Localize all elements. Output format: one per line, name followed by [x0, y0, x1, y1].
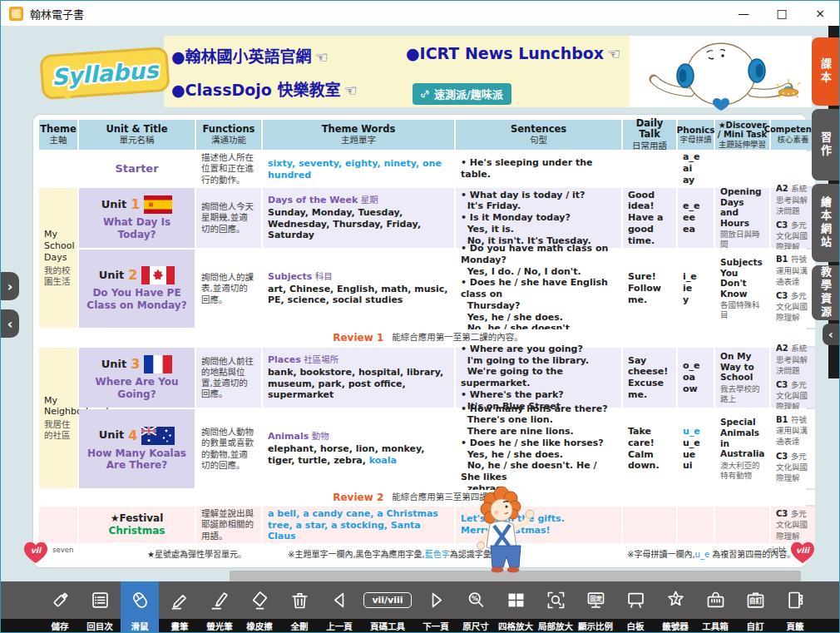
partial-zoom-icon	[545, 589, 567, 611]
tool-display-ratio[interactable]: 固定 顯示比例	[576, 581, 615, 632]
unit1-phonics: e_eeeea	[678, 188, 714, 248]
tool-mouse[interactable]: 滑鼠	[121, 581, 159, 632]
original-size-icon: %	[465, 589, 487, 611]
page-indicator[interactable]: vii/viii	[363, 592, 411, 608]
unit1-sentences: • What day is today / it? It's Friday.• …	[456, 188, 621, 248]
tool-custom[interactable]: 自訂 自訂	[736, 581, 774, 632]
custom-icon: 自訂	[744, 589, 767, 611]
flag-canada-icon	[141, 266, 175, 284]
link-classdojo[interactable]: ●ClassDojo 快樂教室☜	[171, 77, 358, 100]
tool-eraser[interactable]: 橡皮擦	[240, 581, 279, 632]
number-picker-star-icon: 7	[665, 589, 687, 611]
unit4-functions: 詢問他人動物的數量或喜歡的動物,並適切的回應。	[196, 409, 261, 488]
tab-textbook[interactable]: 課本	[812, 37, 839, 106]
unit4-words: Animals 動物 elephant, horse, lion, monkey…	[263, 409, 454, 488]
tool-prev-page[interactable]: 上一頁	[320, 581, 358, 632]
unit1-discover: Opening Days and Hours開放日與時間	[715, 188, 769, 248]
boy-mascot	[460, 486, 551, 584]
next-page-icon	[425, 589, 447, 611]
syllabus-logo-text: Syllabus	[51, 57, 159, 90]
ebook-app-window: 翰林電子書 — □ × Syllabus ●翰林國小英語官網☜ ●ICRT Ne…	[0, 0, 840, 633]
svg-text:固定: 固定	[590, 595, 602, 602]
tool-original-size[interactable]: % 原尺寸	[457, 581, 495, 632]
mouse-icon	[129, 589, 151, 611]
toc-icon	[89, 589, 111, 611]
tool-partial-zoom[interactable]: 局部放大	[536, 581, 575, 632]
unit3-words: Places 社區場所 bank, bookstore, hospital, l…	[263, 348, 454, 408]
tool-number-picker[interactable]: 7 籤號器	[656, 581, 694, 632]
quiz-button-label: 速測派/趣味派	[434, 86, 503, 101]
hand-pointer-icon: ☜	[607, 45, 620, 62]
review1-row: Review 1能綜合應用第一至第二課的內容。	[39, 329, 815, 346]
sidebar-collapse-button[interactable]: ‹	[823, 324, 839, 345]
book-page: Theme主軸 Unit & Title單元名稱 Functions溝通功能 T…	[32, 114, 808, 568]
starter-phonics: a_eaiay	[678, 151, 714, 186]
unit3-functions: 詢問他人前往的地點與位置,並適切的回應。	[196, 348, 261, 408]
starter-theme-cell	[39, 151, 77, 186]
hand-pointer-icon: ☜	[315, 48, 329, 66]
bottom-toolbar: 儲存 回目次 滑鼠 畫筆 螢光筆 橡皮擦 全刪 上一頁	[1, 581, 839, 632]
svg-text:7: 7	[673, 596, 678, 604]
page-number-heart-right: viii	[789, 540, 816, 565]
trash-icon	[289, 589, 311, 611]
left-panel-expand-button[interactable]: ›	[1, 272, 19, 300]
left-panel-collapse-button[interactable]: ‹	[1, 309, 19, 338]
tab-picturebook-site[interactable]: 繪本網站	[812, 184, 839, 262]
tool-toolbox[interactable]: 工具箱	[696, 581, 734, 632]
unit4-title-cell: Unit4 How Many Koalas Are There?	[79, 409, 195, 488]
tab-label: 課本	[818, 58, 833, 85]
app-logo-icon	[9, 7, 23, 21]
maximize-button[interactable]: □	[763, 1, 801, 26]
unit2-daily: Sure!Follow me.	[623, 250, 676, 328]
header-theme-words: Theme Words主題單字	[263, 120, 454, 150]
tool-delete-all[interactable]: 全刪	[280, 581, 319, 632]
svg-text:自訂: 自訂	[749, 596, 762, 605]
link-hanlin-english-site[interactable]: ●翰林國小英語官網☜	[171, 44, 329, 67]
starter-title-cell: Starter	[79, 151, 195, 186]
unit4-competency: B1 符號運用與溝通表達C3 多元文化與國際理解	[771, 409, 815, 488]
unit3-sentences: • Where are you going? I'm going to the …	[456, 348, 621, 408]
tool-four-grid-zoom[interactable]: 四格放大	[497, 581, 535, 632]
unit3-discover: On My Way to School我去學校的路上	[715, 348, 769, 408]
unit3-daily: Say cheese!Excuse me.	[623, 348, 676, 408]
chevron-left-icon: ‹	[7, 316, 13, 332]
quiz-link-button[interactable]: 速測派/趣味派	[413, 83, 511, 105]
flag-australia-icon	[141, 427, 175, 445]
tab-teaching-resources[interactable]: 教學資源	[812, 265, 839, 320]
close-button[interactable]: ×	[801, 1, 839, 26]
minimize-button[interactable]: —	[724, 1, 763, 26]
starter-words: sixty, seventy, eighty, ninety, one hund…	[263, 151, 454, 186]
window-title: 翰林電子書	[30, 6, 84, 22]
robot-mascot	[637, 31, 808, 114]
chevron-left-icon: ‹	[828, 328, 833, 341]
tool-page-indicator[interactable]: vii/viii 頁碼工具	[360, 581, 415, 632]
flag-spain-icon	[144, 195, 172, 214]
tool-next-page[interactable]: 下一頁	[417, 581, 455, 632]
header-daily-talk: Daily Talk日常用語	[623, 120, 676, 150]
tab-label: 習作	[818, 131, 833, 158]
review2-row: Review 2能綜合應用第三至第四課的內容。	[39, 490, 815, 505]
festival-functions: 理解並說出與耶誕節相關的用語。	[196, 507, 261, 543]
unit1-title-cell: Unit1 What Day Is Today?	[79, 188, 195, 248]
link-label: ●翰林國小英語官網	[171, 47, 312, 66]
header-phonics: Phonics字母拼讀	[678, 120, 714, 150]
hand-pointer-icon: ☜	[343, 82, 357, 99]
link-icrt-news-lunchbox[interactable]: ●ICRT News Lunchbox☜	[406, 44, 620, 62]
theme-my-school-days: My School Days我的校園生活	[39, 188, 77, 328]
link-icon	[421, 89, 430, 98]
link-label: ●ClassDojo 快樂教室	[171, 81, 340, 99]
festival-discover	[715, 507, 769, 543]
unit1-functions: 詢問他人今天星期幾,並適切的回應。	[196, 188, 261, 248]
starter-functions: 描述他人所在位置和正在進行的動作。	[196, 151, 261, 186]
tool-save[interactable]: 儲存	[41, 581, 79, 632]
tool-page-tabs[interactable]: 頁籤	[776, 581, 814, 632]
tab-workbook[interactable]: 習作	[812, 109, 839, 181]
tool-pen[interactable]: 畫筆	[161, 581, 199, 632]
festival-daily	[623, 507, 676, 543]
tool-whiteboard[interactable]: 白板	[616, 581, 655, 632]
tool-toc[interactable]: 回目次	[81, 581, 119, 632]
tool-highlighter[interactable]: 螢光筆	[200, 581, 239, 632]
festival-title-cell: ★FestivalChristmas	[79, 507, 195, 543]
unit3-phonics: o_eoaow	[678, 348, 714, 408]
flag-france-icon	[144, 355, 172, 373]
